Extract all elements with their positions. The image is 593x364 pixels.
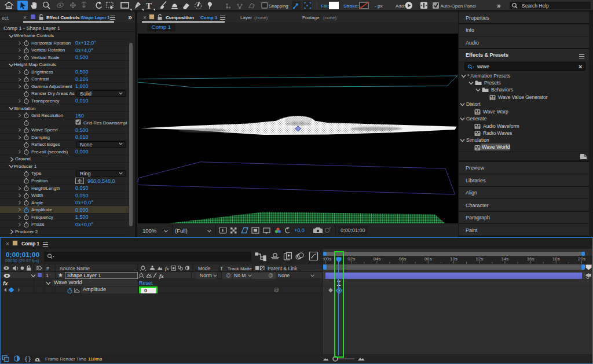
svg-text:04s: 04s — [373, 256, 380, 262]
svg-text:18s: 18s — [552, 256, 560, 262]
svg-text:02s: 02s — [347, 256, 355, 262]
svg-text:8: 8 — [477, 133, 478, 136]
svg-text:16: 16 — [490, 97, 494, 100]
svg-text:14s: 14s — [501, 256, 508, 262]
svg-text:10s: 10s — [450, 256, 457, 262]
svg-text:20s: 20s — [578, 256, 585, 262]
svg-text:08s: 08s — [424, 256, 432, 262]
svg-text:16: 16 — [475, 111, 479, 115]
svg-text:32: 32 — [475, 126, 479, 129]
svg-text:8: 8 — [477, 147, 478, 150]
svg-text:{}: {} — [24, 356, 31, 363]
svg-text:0:00s: 0:00s — [323, 256, 331, 262]
svg-text:16s: 16s — [527, 256, 535, 262]
svg-text:fx: fx — [165, 266, 169, 271]
svg-text:12s: 12s — [475, 256, 483, 262]
svg-text:T: T — [146, 1, 152, 10]
svg-text:06s: 06s — [399, 256, 407, 262]
svg-text:fx: fx — [159, 273, 164, 279]
